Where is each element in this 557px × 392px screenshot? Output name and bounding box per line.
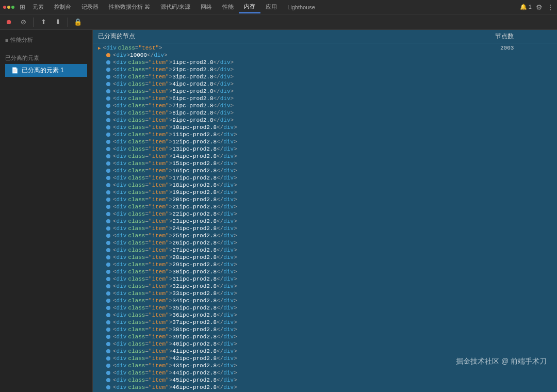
tab-memory[interactable]: 内存: [239, 1, 260, 13]
node-item-27-row[interactable]: <div class="item" > 27ipc-prod2.8 </div>: [93, 247, 557, 254]
node-item-14-row[interactable]: <div class="item" > 14ipc-prod2.8 </div>: [93, 153, 557, 160]
tab-perf-data[interactable]: 性能数据分析 ⌘: [104, 1, 155, 13]
node-item-25-row[interactable]: <div class="item" > 25ipc-prod2.8 </div>: [93, 232, 557, 239]
node-item-23-row[interactable]: <div class="item" > 23ipc-prod2.8 </div>: [93, 218, 557, 225]
node-item-17-row[interactable]: <div class="item" > 17ipc-prod2.8 </div>: [93, 174, 557, 182]
node-item-24-row[interactable]: <div class="item" > 24ipc-prod2.8 </div>: [93, 225, 557, 232]
node-list[interactable]: ▶ <div class="test" > 2003 <div> 10000 <…: [93, 43, 557, 392]
node-item-12-content: <div class="item" > 12ipc-prod2.8 </div>: [93, 139, 495, 145]
node-item-30-row[interactable]: <div class="item" > 30ipc-prod2.8 </div>: [93, 268, 557, 275]
dot-blue-icon: [106, 183, 110, 187]
tab-performance[interactable]: 性能: [217, 1, 239, 13]
more-icon[interactable]: ⋮: [547, 3, 554, 11]
nav-dot-green: [11, 6, 14, 9]
node-item-3-row[interactable]: <div class="item" > 3ipc-prod2.8 </div>: [93, 73, 557, 80]
stop-button[interactable]: ⊘: [19, 18, 28, 27]
node-item-9-row[interactable]: <div class="item" > 9ipc-prod2.8 </div>: [93, 117, 557, 124]
node-item-43-row[interactable]: <div class="item" > 43ipc-prod2.8 </div>: [93, 362, 557, 369]
dot-blue-icon: [106, 96, 110, 101]
node-item-21-row[interactable]: <div class="item" > 21ipc-prod2.8 </div>: [93, 203, 557, 210]
node-item-16-row[interactable]: <div class="item" > 16ipc-prod2.8 </div>: [93, 167, 557, 174]
dot-blue-icon: [106, 133, 110, 137]
tab-elements-label[interactable]: 元素: [27, 1, 49, 13]
node-item-11-row[interactable]: <div class="item" > 11ipc-prod2.8 </div>: [93, 131, 557, 138]
sidebar-perf-label[interactable]: ≡ 性能分析: [5, 34, 87, 46]
node-item-20-row[interactable]: <div class="item" > 20ipc-prod2.8 </div>: [93, 196, 557, 203]
dot-blue-icon: [106, 154, 110, 158]
node-item-8-row[interactable]: <div class="item" > 8ipc-prod2.8 </div>: [93, 109, 557, 117]
node-item-36-row[interactable]: <div class="item" > 36ipc-prod2.8 </div>: [93, 312, 557, 319]
node-item-1-row[interactable]: <div class="item" > 1ipc-prod2.8 </div>: [93, 59, 557, 66]
notification-icon[interactable]: 🔔 1: [520, 4, 532, 10]
tab-application[interactable]: 应用: [260, 1, 282, 13]
node-item-4-row[interactable]: <div class="item" > 4ipc-prod2.8 </div>: [93, 80, 557, 88]
sidebar: ≡ 性能分析 已分离的元素 📄 已分离的元素 1: [0, 30, 93, 392]
dot-blue-icon: [106, 248, 110, 252]
node-item-32-row[interactable]: <div class="item" > 32ipc-prod2.8 </div>: [93, 283, 557, 290]
node-item-31-content: <div class="item" > 31ipc-prod2.8 </div>: [93, 276, 495, 282]
dot-blue-icon: [106, 212, 110, 216]
node-item-44-row[interactable]: <div class="item" > 44ipc-prod2.8 </div>: [93, 369, 557, 377]
node-item-38-row[interactable]: <div class="item" > 38ipc-prod2.8 </div>: [93, 326, 557, 333]
node-item-39-row[interactable]: <div class="item" > 39ipc-prod2.8 </div>: [93, 333, 557, 340]
node-item-6-row[interactable]: <div class="item" > 6ipc-prod2.8 </div>: [93, 95, 557, 102]
node-item-26-row[interactable]: <div class="item" > 26ipc-prod2.8 </div>: [93, 239, 557, 247]
tab-recorder[interactable]: 记录器: [76, 1, 104, 13]
dot-blue-icon: [106, 335, 110, 339]
upload-button[interactable]: ⬆: [39, 18, 48, 27]
tab-console[interactable]: 控制台: [49, 1, 76, 13]
node-item-46-row[interactable]: <div class="item" > 46ipc-prod2.8 </div>: [93, 384, 557, 391]
node-item-23-content: <div class="item" > 23ipc-prod2.8 </div>: [93, 218, 495, 224]
node-item-10-row[interactable]: <div class="item" > 10ipc-prod2.8 </div>: [93, 124, 557, 131]
root-node-content: ▶ <div class="test" >: [93, 45, 495, 51]
dot-blue-icon: [106, 147, 110, 151]
node-item-20-content: <div class="item" > 20ipc-prod2.8 </div>: [93, 197, 495, 203]
download-button[interactable]: ⬇: [53, 18, 62, 27]
sidebar-detached-section: 已分离的元素 📄 已分离的元素 1: [0, 48, 92, 79]
node-item-33-row[interactable]: <div class="item" > 33ipc-prod2.8 </div>: [93, 290, 557, 297]
node-item-29-row[interactable]: <div class="item" > 29ipc-prod2.8 </div>: [93, 261, 557, 268]
node-item-35-row[interactable]: <div class="item" > 35ipc-prod2.8 </div>: [93, 304, 557, 312]
dot-blue-icon: [106, 378, 110, 382]
sidebar-detached-label: 已分离的元素: [5, 52, 87, 64]
node-10000-row[interactable]: <div> 10000 </div>: [93, 52, 557, 59]
settings-icon[interactable]: ⚙: [536, 3, 543, 11]
main-layout: ≡ 性能分析 已分离的元素 📄 已分离的元素 1 已分离的节点 节点数: [0, 30, 557, 392]
node-item-15-row[interactable]: <div class="item" > 15ipc-prod2.8 </div>: [93, 160, 557, 167]
dot-blue-icon: [106, 75, 110, 79]
node-item-41-row[interactable]: <div class="item" > 41ipc-prod2.8 </div>: [93, 348, 557, 355]
node-item-2-row[interactable]: <div class="item" > 2ipc-prod2.8 </div>: [93, 66, 557, 73]
dot-blue-icon: [106, 241, 110, 245]
dot-blue-icon: [106, 255, 110, 259]
node-item-10-content: <div class="item" > 10ipc-prod2.8 </div>: [93, 124, 495, 130]
node-item-19-row[interactable]: <div class="item" > 19ipc-prod2.8 </div>: [93, 189, 557, 196]
node-item-28-row[interactable]: <div class="item" > 28ipc-prod2.8 </div>: [93, 254, 557, 261]
record-button[interactable]: ⏺: [4, 18, 13, 27]
sidebar-item-detached-1[interactable]: 📄 已分离的元素 1: [5, 64, 87, 77]
content-area: 已分离的节点 节点数 ▶ <div class="test" > 2003: [93, 30, 557, 392]
node-item-18-row[interactable]: <div class="item" > 18ipc-prod2.8 </div>: [93, 182, 557, 189]
node-item-13-row[interactable]: <div class="item" > 13ipc-prod2.8 </div>: [93, 145, 557, 153]
node-item-1-content: <div class="item" > 1ipc-prod2.8 </div>: [93, 59, 495, 66]
root-node-row[interactable]: ▶ <div class="test" > 2003: [93, 44, 557, 52]
lock-button[interactable]: 🔒: [73, 18, 83, 27]
tab-elements[interactable]: ⊞: [18, 2, 27, 12]
node-item-27-content: <div class="item" > 27ipc-prod2.8 </div>: [93, 247, 495, 253]
node-item-7-content: <div class="item" > 7ipc-prod2.8 </div>: [93, 103, 495, 109]
tab-lighthouse[interactable]: Lighthouse: [282, 2, 320, 12]
node-item-45-row[interactable]: <div class="item" > 45ipc-prod2.8 </div>: [93, 377, 557, 384]
node-item-34-row[interactable]: <div class="item" > 34ipc-prod2.8 </div>: [93, 297, 557, 304]
node-item-46-content: <div class="item" > 46ipc-prod2.8 </div>: [93, 384, 495, 390]
node-item-40-row[interactable]: <div class="item" > 40ipc-prod2.8 </div>: [93, 340, 557, 348]
node-item-22-row[interactable]: <div class="item" > 22ipc-prod2.8 </div>: [93, 210, 557, 218]
node-item-12-row[interactable]: <div class="item" > 12ipc-prod2.8 </div>: [93, 138, 557, 145]
node-item-5-row[interactable]: <div class="item" > 5ipc-prod2.8 </div>: [93, 88, 557, 95]
node-item-7-row[interactable]: <div class="item" > 7ipc-prod2.8 </div>: [93, 102, 557, 109]
node-item-33-content: <div class="item" > 33ipc-prod2.8 </div>: [93, 290, 495, 297]
node-item-37-row[interactable]: <div class="item" > 37ipc-prod2.8 </div>: [93, 319, 557, 326]
tab-sources[interactable]: 源代码/来源: [155, 1, 195, 13]
node-item-31-row[interactable]: <div class="item" > 31ipc-prod2.8 </div>: [93, 275, 557, 283]
tab-network[interactable]: 网络: [195, 1, 217, 13]
node-item-42-row[interactable]: <div class="item" > 42ipc-prod2.8 </div>: [93, 355, 557, 362]
node-item-14-content: <div class="item" > 14ipc-prod2.8 </div>: [93, 153, 495, 159]
